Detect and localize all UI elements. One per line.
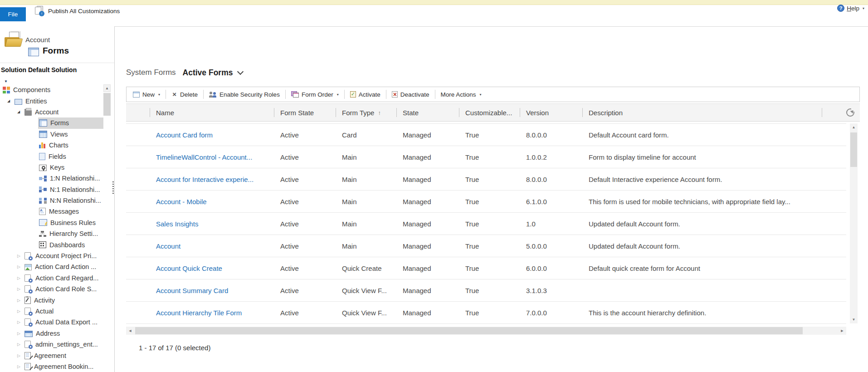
tree-item-entities[interactable]: ◢Entities <box>0 95 103 106</box>
tree-item-actual[interactable]: ▷Actual <box>0 306 103 317</box>
collapsed-arrow-icon[interactable]: ▷ <box>17 298 24 303</box>
collapsed-arrow-icon[interactable]: ▷ <box>17 320 24 324</box>
message-doc-icon <box>39 208 46 215</box>
scroll-left-button[interactable]: ◄ <box>126 327 134 335</box>
form-name-link[interactable]: Account - Mobile <box>156 198 207 206</box>
tree-item-agreement-bookin[interactable]: ▷Agreement Bookin... <box>0 361 103 372</box>
tree-item-dashboards[interactable]: Dashboards <box>0 239 103 250</box>
delete-button[interactable]: Delete <box>167 87 202 102</box>
horizontal-scrollbar-thumb[interactable] <box>135 327 803 334</box>
tree-item-hierarchy-setti[interactable]: Hierarchy Setti... <box>0 228 103 239</box>
tree-item-business-rules[interactable]: Business Rules <box>0 217 103 228</box>
column-header-state[interactable]: State <box>396 104 459 121</box>
column-header-customizable[interactable]: Customizable... <box>459 104 520 121</box>
tree-item-views[interactable]: Views <box>0 129 103 140</box>
activate-button[interactable]: Activate <box>346 87 385 102</box>
cell-name: Account Card form <box>150 131 274 139</box>
tree-item-messages[interactable]: Messages <box>0 206 103 217</box>
tree-item-label: Account Project Pri... <box>35 252 97 259</box>
record-count-status: 1 - 17 of 17 (0 selected) <box>139 344 210 352</box>
form-name-link[interactable]: Account Quick Create <box>156 264 222 272</box>
agreement-doc-icon <box>24 363 31 370</box>
collapsed-arrow-icon[interactable]: ▷ <box>17 331 24 336</box>
file-tab[interactable]: File <box>0 7 26 21</box>
address-card-icon <box>24 331 33 337</box>
tree-item-action-card-regard[interactable]: ▷Action Card Regard... <box>0 273 103 284</box>
column-header-form-state[interactable]: Form State <box>274 104 336 121</box>
form-name-link[interactable]: Account <box>156 242 180 250</box>
column-header-name[interactable]: Name <box>150 104 274 121</box>
delete-icon <box>171 91 177 98</box>
deactivate-button[interactable]: Deactivate <box>387 87 434 102</box>
scroll-down-button[interactable]: ▼ <box>850 316 858 323</box>
publish-all-customizations-button[interactable]: ↑ Publish All Customizations <box>34 4 120 18</box>
vertical-scrollbar-thumb[interactable] <box>850 132 857 167</box>
expanded-arrow-icon[interactable]: ◢ <box>17 110 24 114</box>
cell-state: Managed <box>396 220 459 228</box>
tree-item-1-n-relationshi[interactable]: 1:N Relationshi... <box>0 173 103 184</box>
tree-item-activity[interactable]: ▷Activity <box>0 294 103 305</box>
form-name-link[interactable]: TimelineWallControl - Account... <box>156 153 252 161</box>
form-order-button[interactable]: Form Order▾ <box>287 87 343 102</box>
form-name-link[interactable]: Account Card form <box>156 131 213 139</box>
tree-item-address[interactable]: ▷Address <box>0 328 103 339</box>
collapsed-arrow-icon[interactable]: ▷ <box>17 309 24 313</box>
scroll-right-button[interactable]: ► <box>838 327 846 335</box>
form-name-link[interactable]: Sales Insights <box>156 220 198 228</box>
tree-item-fields[interactable]: Fields <box>0 151 103 162</box>
scroll-up-button[interactable]: ▲ <box>850 123 858 131</box>
tree-item-charts[interactable]: Charts <box>0 140 103 151</box>
collapse-arrow-icon[interactable]: ▼ <box>4 79 8 83</box>
collapsed-arrow-icon[interactable]: ▷ <box>17 342 24 347</box>
tree-item-admin-settings-ent[interactable]: ▷admin_settings_ent... <box>0 339 103 350</box>
cell-form_state: Active <box>274 131 336 139</box>
chevron-down-icon[interactable] <box>237 69 244 75</box>
horizontal-scrollbar[interactable]: ◄ ► <box>126 327 846 335</box>
tree-item-agreement[interactable]: ▷Agreement <box>0 350 103 361</box>
tree-item-account-project-pri[interactable]: ▷Account Project Pri... <box>0 250 103 261</box>
tree-item-content: admin_settings_ent... <box>24 339 103 350</box>
enable-security-roles-button[interactable]: Enable Security Roles <box>205 87 284 102</box>
tree-item-actual-data-export[interactable]: ▷Actual Data Export ... <box>0 317 103 328</box>
collapsed-arrow-icon[interactable]: ▷ <box>17 264 24 269</box>
collapsed-arrow-icon[interactable]: ▷ <box>17 364 24 369</box>
cell-version: 3.1.0.3 <box>520 287 582 294</box>
sidebar-scrollbar-thumb[interactable] <box>103 93 111 116</box>
column-header-description[interactable]: Description <box>582 104 822 121</box>
tree-item-label: Charts <box>49 142 68 149</box>
collapsed-arrow-icon[interactable]: ▷ <box>17 276 24 280</box>
cell-form_type: Main <box>336 153 396 161</box>
cell-state: Managed <box>396 176 459 183</box>
tree-item-components[interactable]: Components <box>0 84 103 95</box>
tree-item-action-card-role-s[interactable]: ▷Action Card Role S... <box>0 284 103 294</box>
view-selector[interactable]: Active Forms <box>183 68 233 78</box>
tree-item-n-n-relationshi[interactable]: N:N Relationshi... <box>0 195 103 206</box>
collapsed-arrow-icon[interactable]: ▷ <box>17 254 24 258</box>
collapsed-arrow-icon[interactable]: ▷ <box>17 353 24 358</box>
entity-folder-icon <box>24 110 32 116</box>
tree-item-n-1-relationshi[interactable]: N:1 Relationshi... <box>0 184 103 195</box>
column-header-version[interactable]: Version <box>520 104 582 121</box>
tree-item-action-card-action[interactable]: ▷Action Card Action ... <box>0 261 103 272</box>
collapsed-arrow-icon[interactable]: ▷ <box>17 287 24 291</box>
chevron-down-icon: ▾ <box>863 6 864 10</box>
sidebar-scroll-up-button[interactable]: ▲ <box>103 84 111 92</box>
more-actions-button[interactable]: More Actions▾ <box>436 87 486 102</box>
refresh-button[interactable] <box>846 108 854 117</box>
panel-resize-grip[interactable] <box>112 181 114 194</box>
tree-item-account[interactable]: ◢Account <box>0 107 103 117</box>
toolbar-button-label: Delete <box>180 91 198 98</box>
new-button[interactable]: New▾ <box>128 87 165 102</box>
table-row: AccountActiveMainManagedTrue5.0.0.0Updat… <box>126 235 846 257</box>
help-menu[interactable]: ? Help ▾ <box>837 5 864 12</box>
expanded-arrow-icon[interactable]: ◢ <box>7 99 14 103</box>
form-name-link[interactable]: Account Summary Card <box>156 287 228 294</box>
business-rule-icon <box>39 219 47 226</box>
column-header-label: Version <box>526 109 549 117</box>
tree-item-forms[interactable]: Forms <box>0 117 103 128</box>
form-name-link[interactable]: Account Hierarchy Tile Form <box>156 309 242 317</box>
tree-item-keys[interactable]: Keys <box>0 162 103 173</box>
vertical-scrollbar[interactable]: ▲ ▼ <box>850 123 858 323</box>
column-header-form-type[interactable]: Form Type↑ <box>336 104 396 121</box>
form-name-link[interactable]: Account for Interactive experie... <box>156 176 254 183</box>
